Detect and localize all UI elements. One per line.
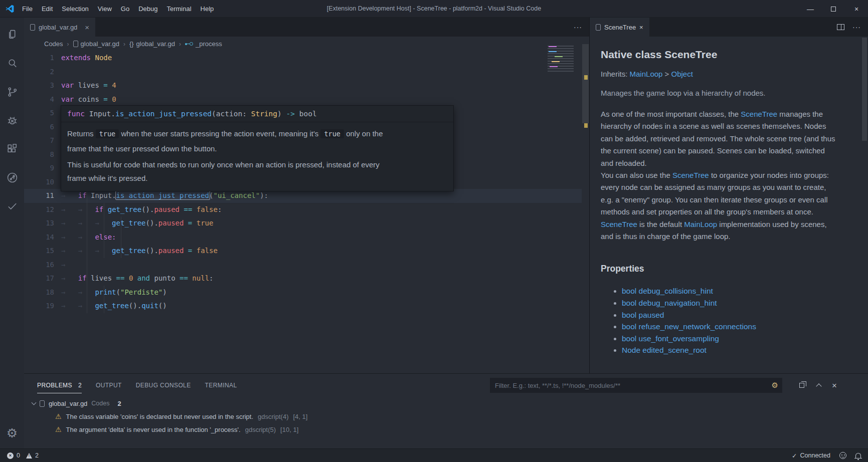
menu-selection[interactable]: Selection [57,0,93,17]
breadcrumb-item[interactable]: Codes [44,40,63,48]
doc-property-link[interactable]: bool use_font_oversampling [622,333,860,345]
extensions-icon[interactable] [0,135,24,163]
panel-tab-output[interactable]: OUTPUT [96,374,122,397]
split-editor-icon[interactable] [837,24,844,30]
menu-go[interactable]: Go [116,0,134,17]
panel-tab-badge: 2 [78,382,82,389]
doc-link[interactable]: MainLoop [630,70,663,78]
token: manages the hierarchy of nodes in a scen… [601,110,835,167]
code-line-4[interactable]: 4var coins = 0 [24,93,582,107]
doc-link[interactable]: MainLoop [684,220,717,228]
minimize-button[interactable]: — [799,0,822,18]
panel-tab-terminal[interactable]: TERMINAL [205,374,237,397]
code-line-15[interactable]: 15→→→get_tree().paused = false [24,244,582,258]
maximize-icon [831,7,836,12]
doc-property-link[interactable]: bool refuse_new_network_connections [622,321,860,333]
source-control-icon[interactable] [0,78,24,106]
doc-property-link[interactable]: bool debug_navigation_hint [622,297,860,309]
token: if [78,274,87,282]
filter-input[interactable] [494,381,768,390]
menu-edit[interactable]: Edit [37,0,57,17]
doc-scrollbar[interactable] [861,37,868,373]
problems-file-row[interactable]: global_var.gdCodes2 [24,397,868,410]
godot-tools-icon[interactable] [0,163,24,192]
token: → [95,216,112,230]
problems-tree: global_var.gdCodes2⚠The class variable '… [24,397,868,436]
panel-tab-problems[interactable]: PROBLEMS2 [37,374,82,397]
feedback-smiley-icon[interactable] [839,452,846,459]
doc-link[interactable]: SceneTree [672,171,709,179]
problem-position: [10, 1] [280,426,298,433]
warnings-count: 2 [35,452,39,459]
code-line-14[interactable]: 14→→else: [24,230,582,245]
close-panel-icon[interactable]: × [832,381,837,390]
code-line-16[interactable]: 16→ [24,258,582,272]
code-line-18[interactable]: 18→→print("Perdiste") [24,286,582,300]
tab-label: global_var.gd [39,24,77,31]
problem-row[interactable]: ⚠The argument 'delta' is never used in t… [24,423,868,436]
line-content [54,175,61,189]
explorer-icon[interactable] [0,21,24,49]
token [184,247,188,255]
token: null [192,274,209,282]
close-tab-icon[interactable]: × [85,24,89,31]
panel-tab-debug-console[interactable]: DEBUG CONSOLE [136,374,191,397]
doc-link[interactable]: SceneTree [741,110,777,118]
doc-property-link[interactable]: bool debug_collisions_hint [622,285,860,297]
code-line-3[interactable]: 3var lives = 4 [24,79,582,93]
doc-link[interactable]: SceneTree [601,220,637,228]
problems-status[interactable]: × 0 2 [7,452,39,459]
code-line-13[interactable]: 13→→→get_tree().paused = true [24,216,582,230]
line-number: 9 [24,161,54,175]
menu-file[interactable]: File [18,0,37,17]
notifications-bell-icon[interactable] [855,453,861,458]
breadcrumb-item[interactable]: {}global_var.gd [129,40,175,48]
token: 0 [112,95,116,103]
minimap[interactable] [545,44,581,73]
close-tab-icon[interactable]: × [639,24,643,31]
scrollbar-thumb[interactable] [862,38,867,141]
settings-gear-icon[interactable]: ⚙ [0,426,24,440]
token: → [95,244,112,258]
connection-status[interactable]: ✓ Connected [792,452,830,459]
tab-scenetree[interactable]: SceneTree × [590,18,649,37]
doc-property-link[interactable]: Node edited_scene_root [622,344,860,356]
breadcrumb-item[interactable]: _process [185,40,222,48]
code-line-12[interactable]: 12→→if get_tree().paused == false: [24,203,582,217]
filter-gear-icon[interactable]: ⚙ [772,381,778,390]
scrollbar-thumb[interactable] [582,44,589,123]
panel-layout-icon[interactable] [799,383,804,388]
code-editor[interactable]: 1extends Node23var lives = 44var coins =… [24,51,582,373]
breadcrumb-item[interactable]: global_var.gd [73,40,119,48]
menu-debug[interactable]: Debug [134,0,162,17]
problem-row[interactable]: ⚠The class variable 'coins' is declared … [24,410,868,423]
maximize-panel-icon[interactable] [816,383,821,389]
line-number: 6 [24,120,54,134]
editor-scrollbar[interactable] [582,44,589,373]
menu-terminal[interactable]: Terminal [162,0,196,17]
file-icon [30,24,35,31]
doc-link[interactable]: Object [671,70,693,78]
menu-help[interactable]: Help [196,0,219,17]
panel-tab-label: OUTPUT [96,382,122,389]
editor-group-divider[interactable] [589,18,590,373]
menu-view[interactable]: View [93,0,116,17]
doc-properties-list: bool debug_collisions_hintbool debug_nav… [601,285,860,356]
run-and-debug-icon[interactable] [0,106,24,135]
code-line-1[interactable]: 1extends Node [24,51,582,65]
token: quit [141,302,158,310]
close-window-button[interactable]: × [845,0,868,18]
more-actions-icon[interactable]: ··· [852,23,861,31]
maximize-button[interactable] [822,0,845,18]
testing-icon[interactable] [0,192,24,220]
more-actions-icon[interactable]: ··· [574,23,582,31]
hover-tooltip: func Input.is_action_just_pressed(action… [61,105,454,191]
code-line-19[interactable]: 19→→get_tree().quit() [24,299,582,313]
doc-property-link[interactable]: bool paused [622,309,860,321]
code-line-17[interactable]: 17→if lives == 0 and punto == null: [24,272,582,286]
search-icon[interactable] [0,49,24,78]
token: var [61,95,74,103]
code-line-2[interactable]: 2 [24,65,582,79]
token: when the user starts pressing the action… [119,129,320,138]
tab-global-var-gd[interactable]: global_var.gd × [24,18,95,37]
